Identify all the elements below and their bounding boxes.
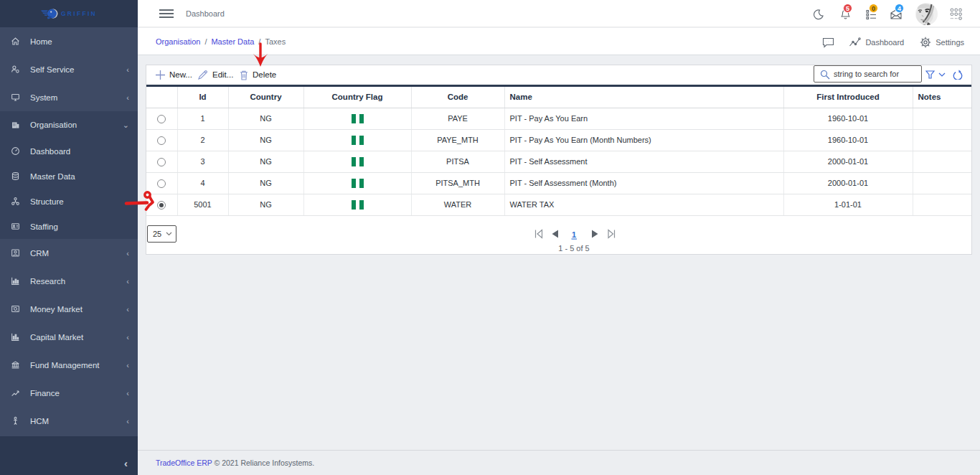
svg-text:1: 1: [572, 230, 576, 239]
